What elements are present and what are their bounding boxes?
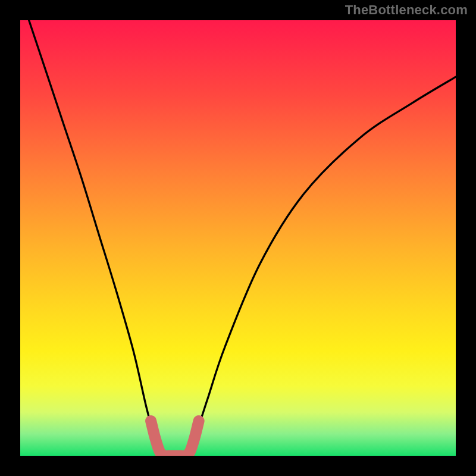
watermark-text: TheBottleneck.com (345, 2, 468, 18)
chart-frame: TheBottleneck.com (0, 0, 476, 476)
plot-area (20, 20, 456, 456)
plot-background (20, 20, 456, 456)
plot-svg (20, 20, 456, 456)
